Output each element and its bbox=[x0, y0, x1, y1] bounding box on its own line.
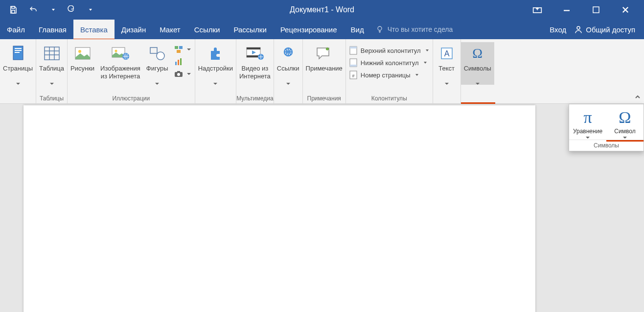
footer-button[interactable]: Нижний колонтитул bbox=[348, 57, 430, 68]
tables-group-label: Таблицы bbox=[36, 93, 67, 103]
comment-button[interactable]: Примечание bbox=[303, 42, 345, 81]
picture-icon bbox=[74, 43, 91, 64]
smartart-button[interactable] bbox=[173, 44, 192, 55]
svg-rect-12 bbox=[15, 52, 20, 53]
chevron-down-icon bbox=[445, 83, 449, 85]
ribbon-display-options-icon[interactable] bbox=[532, 5, 542, 15]
collapse-ribbon-button[interactable] bbox=[633, 93, 642, 101]
header-button[interactable]: Верхний колонтитул bbox=[348, 45, 430, 56]
chevron-down-icon bbox=[623, 137, 627, 139]
chevron-down-icon bbox=[213, 83, 217, 85]
tab-design[interactable]: Дизайн bbox=[115, 20, 153, 39]
equation-label: Уравнение bbox=[573, 128, 602, 135]
footer-icon bbox=[349, 58, 358, 67]
symbol-label: Символ bbox=[614, 128, 635, 135]
chevron-down-icon bbox=[50, 83, 54, 85]
chevron-down-icon bbox=[16, 83, 20, 85]
maximize-icon[interactable] bbox=[591, 5, 601, 15]
symbol-button[interactable]: Ω Символ bbox=[606, 106, 644, 140]
svg-point-32 bbox=[177, 73, 180, 76]
chevron-down-icon bbox=[476, 83, 480, 85]
text-button[interactable]: A Текст bbox=[433, 42, 460, 85]
tab-view[interactable]: Вид bbox=[344, 20, 371, 39]
chevron-down-icon bbox=[286, 83, 290, 85]
omega-icon: Ω bbox=[619, 107, 631, 128]
share-label: Общий доступ bbox=[586, 25, 635, 34]
title-bar: Документ1 - Word bbox=[0, 0, 644, 20]
tell-me-search[interactable]: Что вы хотите сдела bbox=[376, 20, 453, 39]
svg-point-21 bbox=[115, 50, 117, 52]
video-label1: Видео из bbox=[239, 65, 271, 72]
svg-point-24 bbox=[157, 52, 164, 60]
ribbon-tabs: Файл Главная Вставка Дизайн Макет Ссылки… bbox=[0, 20, 644, 39]
table-button[interactable]: Таблица bbox=[36, 42, 67, 85]
svg-point-7 bbox=[378, 26, 382, 30]
tab-layout[interactable]: Макет bbox=[153, 20, 187, 39]
pictures-button[interactable]: Рисунки bbox=[68, 42, 97, 81]
pages-label: Страницы bbox=[3, 65, 33, 72]
screenshot-button[interactable] bbox=[173, 69, 192, 79]
chart-button[interactable] bbox=[173, 56, 192, 67]
page-number-icon: # bbox=[349, 71, 358, 79]
svg-rect-33 bbox=[177, 71, 180, 72]
svg-rect-41 bbox=[350, 47, 357, 48]
svg-rect-25 bbox=[175, 46, 178, 49]
symbols-button[interactable]: Ω Символы bbox=[461, 42, 494, 85]
tab-insert[interactable]: Вставка bbox=[73, 20, 115, 39]
links-label: Ссылки bbox=[277, 65, 299, 72]
login-button[interactable]: Вход bbox=[550, 25, 566, 34]
online-pictures-label2: из Интернета bbox=[100, 72, 140, 80]
symbol-highlight-bar bbox=[606, 140, 644, 142]
hf-group-label: Колонтитулы bbox=[346, 93, 433, 103]
tab-review[interactable]: Рецензирование bbox=[274, 20, 344, 39]
share-button[interactable]: Общий доступ bbox=[574, 25, 635, 34]
addins-button[interactable]: Надстройки bbox=[195, 42, 236, 85]
close-icon[interactable] bbox=[621, 5, 630, 15]
svg-rect-43 bbox=[350, 65, 357, 67]
svg-rect-23 bbox=[150, 48, 157, 53]
links-button[interactable]: Ссылки bbox=[274, 42, 302, 85]
minimize-icon[interactable] bbox=[562, 5, 572, 15]
svg-rect-30 bbox=[180, 58, 182, 65]
table-label: Таблица bbox=[39, 65, 64, 72]
screenshot-icon bbox=[174, 70, 183, 78]
save-icon[interactable] bbox=[9, 5, 18, 14]
equation-button[interactable]: π Уравнение bbox=[569, 106, 606, 140]
tab-references[interactable]: Ссылки bbox=[187, 20, 227, 39]
svg-rect-27 bbox=[177, 50, 181, 53]
video-icon bbox=[246, 43, 264, 64]
svg-rect-28 bbox=[175, 62, 177, 65]
comment-label: Примечание bbox=[306, 65, 343, 72]
smartart-icon bbox=[174, 45, 183, 54]
shapes-button[interactable]: Фигуры bbox=[143, 42, 171, 85]
ribbon: Страницы Таблица Таблицы Рисун bbox=[0, 39, 644, 104]
svg-rect-39 bbox=[326, 48, 329, 50]
tell-me-placeholder: Что вы хотите сдела bbox=[388, 25, 453, 33]
svg-rect-35 bbox=[247, 48, 260, 49]
online-video-button[interactable]: Видео из Интернета bbox=[236, 42, 274, 81]
tab-file[interactable]: Файл bbox=[0, 20, 32, 39]
redo-icon[interactable] bbox=[66, 5, 75, 14]
pages-button[interactable]: Страницы bbox=[0, 42, 36, 85]
chevron-down-icon bbox=[187, 48, 191, 50]
document-page[interactable] bbox=[23, 105, 535, 312]
svg-text:A: A bbox=[444, 49, 449, 58]
undo-dropdown[interactable] bbox=[49, 9, 55, 11]
media-group-label: Мультимедиа bbox=[236, 93, 274, 103]
svg-rect-10 bbox=[15, 48, 22, 49]
comments-group-label: Примечания bbox=[303, 93, 345, 103]
undo-icon[interactable] bbox=[28, 5, 38, 14]
omega-icon: Ω bbox=[472, 43, 483, 64]
online-pictures-button[interactable]: Изображения из Интернета bbox=[97, 42, 143, 81]
text-label: Текст bbox=[438, 65, 455, 72]
tab-mailings[interactable]: Рассылки bbox=[227, 20, 273, 39]
qat-customize-dropdown[interactable] bbox=[86, 9, 92, 11]
window-title: Документ1 - Word bbox=[290, 5, 354, 14]
page-number-button[interactable]: # Номер страницы bbox=[348, 70, 430, 80]
tab-home[interactable]: Главная bbox=[32, 20, 73, 39]
svg-rect-13 bbox=[45, 47, 59, 60]
shapes-label: Фигуры bbox=[146, 65, 168, 72]
illustrations-group-label: Иллюстрации bbox=[68, 93, 195, 103]
symbols-dropdown-panel: π Уравнение Ω Символ Символы bbox=[569, 104, 644, 151]
svg-point-19 bbox=[78, 50, 81, 53]
